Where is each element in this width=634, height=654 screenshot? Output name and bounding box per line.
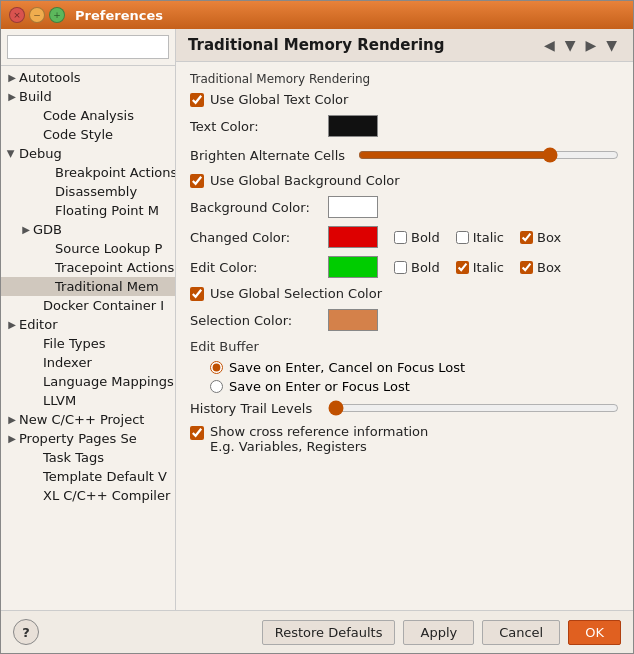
preferences-window: × − + Preferences ▶Autotools ▶Build [0, 0, 634, 654]
edit-color-row: Edit Color: Bold Italic Box [190, 256, 619, 278]
changed-color-row: Changed Color: Bold Italic Box [190, 226, 619, 248]
text-color-swatch[interactable] [328, 115, 378, 137]
edit-bold-group: Bold [394, 260, 440, 275]
ok-button[interactable]: OK [568, 620, 621, 645]
arrow-icon: ▶ [5, 90, 19, 104]
selection-color-swatch[interactable] [328, 309, 378, 331]
nav-menu-button[interactable]: ▼ [602, 35, 621, 55]
sidebar-item-floating-point[interactable]: Floating Point M [1, 201, 175, 220]
nav-down-button[interactable]: ▼ [561, 35, 580, 55]
restore-defaults-button[interactable]: Restore Defaults [262, 620, 396, 645]
changed-bold-checkbox[interactable] [394, 231, 407, 244]
bottom-right: Restore Defaults Apply Cancel OK [262, 620, 621, 645]
search-bar [1, 29, 175, 66]
right-panel: Traditional Memory Rendering ◀ ▼ ▶ ▼ Tra… [176, 29, 633, 610]
sidebar-item-editor[interactable]: ▶Editor [1, 315, 175, 334]
edit-box-checkbox[interactable] [520, 261, 533, 274]
bg-color-swatch[interactable] [328, 196, 378, 218]
window-controls: × − + [9, 7, 65, 23]
sidebar-item-source-lookup[interactable]: Source Lookup P [1, 239, 175, 258]
arrow-icon: ▶ [19, 223, 33, 237]
use-global-bg-row: Use Global Background Color [190, 173, 619, 188]
brighten-cells-slider[interactable] [358, 147, 619, 163]
changed-box-label: Box [537, 230, 561, 245]
sidebar-item-code-style[interactable]: Code Style [1, 125, 175, 144]
maximize-button[interactable]: + [49, 7, 65, 23]
apply-button[interactable]: Apply [403, 620, 474, 645]
sidebar-item-tracepoint[interactable]: Tracepoint Actions [1, 258, 175, 277]
text-color-label: Text Color: [190, 119, 320, 134]
left-panel: ▶Autotools ▶Build Code Analysis Code Sty… [1, 29, 176, 610]
edit-buffer-radio-group: Save on Enter, Cancel on Focus Lost Save… [190, 360, 619, 394]
sidebar-item-code-analysis[interactable]: Code Analysis [1, 106, 175, 125]
sidebar-item-task-tags[interactable]: Task Tags [1, 448, 175, 467]
changed-box-checkbox[interactable] [520, 231, 533, 244]
arrow-icon: ▶ [5, 71, 19, 85]
use-global-selection-label: Use Global Selection Color [210, 286, 382, 301]
show-cross-checkbox[interactable] [190, 426, 204, 440]
use-global-bg-label: Use Global Background Color [210, 173, 400, 188]
sidebar-item-language-mappings[interactable]: Language Mappings [1, 372, 175, 391]
right-content: Traditional Memory Rendering Use Global … [176, 62, 633, 610]
selection-color-row: Selection Color: [190, 309, 619, 331]
history-slider[interactable] [328, 400, 619, 416]
minimize-button[interactable]: − [29, 7, 45, 23]
use-global-bg-checkbox[interactable] [190, 174, 204, 188]
close-button[interactable]: × [9, 7, 25, 23]
sidebar-item-template-default[interactable]: Template Default V [1, 467, 175, 486]
navigation-arrows: ◀ ▼ ▶ ▼ [540, 35, 621, 55]
edit-bold-checkbox[interactable] [394, 261, 407, 274]
sidebar-item-autotools[interactable]: ▶Autotools [1, 68, 175, 87]
sidebar-item-build[interactable]: ▶Build [1, 87, 175, 106]
window-title: Preferences [75, 8, 163, 23]
search-input[interactable] [7, 35, 169, 59]
sidebar-item-xl-compiler[interactable]: XL C/C++ Compiler [1, 486, 175, 505]
changed-italic-label: Italic [473, 230, 504, 245]
use-global-text-row: Use Global Text Color [190, 92, 619, 107]
use-global-selection-checkbox[interactable] [190, 287, 204, 301]
edit-bold-label: Bold [411, 260, 440, 275]
sidebar-item-indexer[interactable]: Indexer [1, 353, 175, 372]
changed-box-group: Box [520, 230, 561, 245]
edit-box-label: Box [537, 260, 561, 275]
sidebar-item-gdb[interactable]: ▶GDB [1, 220, 175, 239]
sidebar-item-docker[interactable]: Docker Container I [1, 296, 175, 315]
changed-italic-checkbox[interactable] [456, 231, 469, 244]
edit-color-label: Edit Color: [190, 260, 320, 275]
changed-color-swatch[interactable] [328, 226, 378, 248]
edit-italic-checkbox[interactable] [456, 261, 469, 274]
sidebar-item-file-types[interactable]: File Types [1, 334, 175, 353]
text-color-row: Text Color: [190, 115, 619, 137]
sidebar-item-debug[interactable]: ▶Debug [1, 144, 175, 163]
bottom-bar: ? Restore Defaults Apply Cancel OK [1, 610, 633, 653]
nav-back-button[interactable]: ◀ [540, 35, 559, 55]
radio-save-focus[interactable] [210, 380, 223, 393]
sidebar-item-traditional-mem[interactable]: Traditional Mem [1, 277, 175, 296]
nav-forward-button[interactable]: ▶ [581, 35, 600, 55]
edit-color-swatch[interactable] [328, 256, 378, 278]
sidebar-item-new-cpp[interactable]: ▶New C/C++ Project [1, 410, 175, 429]
sidebar-item-property-pages[interactable]: ▶Property Pages Se [1, 429, 175, 448]
arrow-icon: ▶ [5, 432, 19, 446]
sidebar-item-llvm[interactable]: LLVM [1, 391, 175, 410]
radio-save-cancel[interactable] [210, 361, 223, 374]
section-label: Traditional Memory Rendering [190, 72, 619, 86]
edit-italic-group: Italic [456, 260, 504, 275]
arrow-icon: ▶ [5, 318, 19, 332]
radio-save-cancel-row: Save on Enter, Cancel on Focus Lost [190, 360, 619, 375]
sidebar-item-disassembly[interactable]: Disassembly [1, 182, 175, 201]
changed-italic-group: Italic [456, 230, 504, 245]
sidebar-item-breakpoint-actions[interactable]: Breakpoint Actions [1, 163, 175, 182]
brighten-cells-label: Brighten Alternate Cells [190, 148, 350, 163]
help-button[interactable]: ? [13, 619, 39, 645]
bg-color-label: Background Color: [190, 200, 320, 215]
show-cross-label: Show cross reference informationE.g. Var… [210, 424, 428, 454]
use-global-text-checkbox[interactable] [190, 93, 204, 107]
selection-color-label: Selection Color: [190, 313, 320, 328]
changed-bold-group: Bold [394, 230, 440, 245]
cancel-button[interactable]: Cancel [482, 620, 560, 645]
panel-title: Traditional Memory Rendering [188, 36, 444, 54]
edit-box-group: Box [520, 260, 561, 275]
radio-save-focus-label: Save on Enter or Focus Lost [229, 379, 410, 394]
history-label: History Trail Levels [190, 401, 320, 416]
